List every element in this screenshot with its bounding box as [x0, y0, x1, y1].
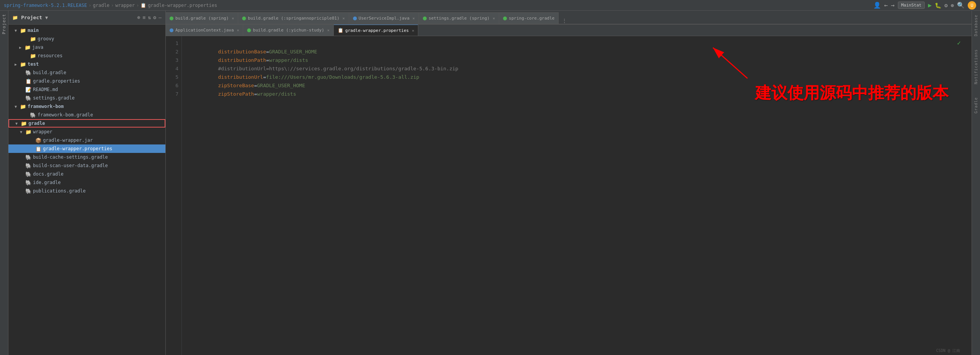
gradle-icon-build: 🐘: [25, 70, 31, 76]
tab-appcontext[interactable]: ApplicationContext.java ✕: [166, 25, 243, 36]
tree-label-framework-bom-gradle: framework-bom.gradle: [38, 112, 93, 118]
bc-file: 📋: [140, 3, 146, 8]
tab-label-build-gradle-spring: build.gradle (spring): [175, 16, 229, 21]
debug-icon[interactable]: 🐛: [935, 2, 941, 8]
tab-gradle-wrapper-props[interactable]: 📋 gradle-wrapper.properties ✕: [334, 25, 419, 36]
project-panel: 📁 Project ▼ ⊕ ≡ ⇅ ⚙ — ▼ 📁 main 📁 groovy: [8, 11, 166, 355]
close-tab-gradle-wrapper-props[interactable]: ✕: [412, 28, 414, 33]
folder-icon-gradle: 📁: [21, 121, 27, 126]
project-header: 📁 Project ▼ ⊕ ≡ ⇅ ⚙ —: [8, 11, 165, 25]
tree-item-build-gradle[interactable]: 🐘 build.gradle: [8, 68, 165, 77]
tree-item-wrapper-folder[interactable]: ▼ 📁 wrapper: [8, 128, 165, 136]
line-num-2: 2: [166, 48, 178, 56]
avatar-icon[interactable]: 👤: [873, 2, 881, 9]
tree-label-framework-bom: framework-bom: [28, 104, 64, 109]
gradle-panel-icon[interactable]: Gradle: [974, 95, 978, 116]
tree-item-resources[interactable]: 📁 resources: [8, 51, 165, 60]
project-folder-icon: 📁: [12, 15, 18, 20]
bc-gradle[interactable]: gradle: [93, 3, 109, 8]
close-tab-settings-spring[interactable]: ✕: [493, 16, 495, 20]
tab-label-yichun: build.gradle (:yichun-study): [253, 28, 324, 33]
close-tab-yichun[interactable]: ✕: [327, 28, 330, 32]
tree-item-gradle-wrapper-props[interactable]: 📋 gradle-wrapper.properties: [8, 144, 165, 153]
breadcrumb-bar: spring-framework-5.2.1.RELEASE › gradle …: [0, 0, 980, 11]
gradle-icon-cache: 🐘: [25, 154, 31, 160]
file-tree: ▼ 📁 main 📁 groovy ▶ 📁 java 📁 resources: [8, 25, 165, 355]
editor-content: 1 2 3 4 5 6 7 distributionBase=GRADLE_US…: [166, 36, 972, 355]
tree-item-gradle-wrapper-jar[interactable]: 📦 gradle-wrapper.jar: [8, 136, 165, 144]
tree-label-ide: ide.gradle: [33, 180, 61, 185]
tree-item-gradle-folder[interactable]: ▼ 📁 gradle: [8, 119, 165, 128]
tree-label-build-cache: build-cache-settings.gradle: [33, 154, 108, 160]
gradle-icon-settings: 🐘: [25, 95, 31, 101]
gradle-dot-icon5: [247, 28, 251, 32]
close-panel-icon[interactable]: —: [158, 15, 162, 20]
bc-wrapper[interactable]: wrapper: [115, 3, 135, 8]
folder-icon-bom: 📁: [20, 104, 26, 109]
tree-item-readme[interactable]: 📝 README.md: [8, 85, 165, 94]
gradle-icon-scan: 🐘: [25, 163, 31, 169]
tree-label-readme: README.md: [33, 87, 58, 92]
tree-item-gradle-props[interactable]: 📋 gradle.properties: [8, 77, 165, 85]
tree-item-build-cache[interactable]: 🐘 build-cache-settings.gradle: [8, 153, 165, 161]
code-editor[interactable]: distributionBase=GRADLE_USER_HOME distri…: [182, 36, 972, 355]
project-header-icons: ⊕ ≡ ⇅ ⚙ —: [137, 15, 162, 20]
settings-icon[interactable]: ⚙: [944, 2, 947, 8]
notifications-panel-icon[interactable]: Notifications: [974, 47, 978, 86]
folder-icon-main: 📁: [20, 28, 26, 33]
tab-build-gradle-spring[interactable]: build.gradle (spring) ✕: [166, 12, 238, 24]
gradle-icon-ide: 🐘: [25, 180, 31, 186]
user-badge[interactable]: U: [968, 1, 976, 10]
tree-item-build-scan[interactable]: 🐘 build-scan-user-data.gradle: [8, 161, 165, 170]
tree-item-settings-gradle[interactable]: 🐘 settings.gradle: [8, 94, 165, 102]
tab-build-gradle-springanno[interactable]: build.gradle (:springannopriciple01) ✕: [238, 12, 349, 24]
props-icon-gradle: 📋: [25, 78, 31, 84]
search-icon[interactable]: 🔍: [957, 2, 965, 9]
tabs-more-icon[interactable]: ⋮: [559, 18, 570, 24]
tree-item-ide[interactable]: 🐘 ide.gradle: [8, 178, 165, 187]
tree-label-docs: docs.gradle: [33, 171, 63, 177]
tree-item-test[interactable]: ▶ 📁 test: [8, 60, 165, 68]
database-panel-icon[interactable]: Database: [974, 12, 978, 38]
tree-label-gradle-props: gradle.properties: [33, 78, 80, 84]
more-icon[interactable]: ⊕: [951, 2, 954, 8]
tree-item-java[interactable]: ▶ 📁 java: [8, 43, 165, 51]
tab-label-appcontext: ApplicationContext.java: [175, 28, 234, 33]
run-icon[interactable]: ▶: [928, 2, 932, 9]
close-tab-appcontext[interactable]: ✕: [237, 28, 239, 32]
line-num-7: 7: [166, 90, 178, 98]
editor-area: build.gradle (spring) ✕ build.gradle (:s…: [166, 11, 972, 355]
tree-label-groovy: groovy: [38, 36, 54, 41]
tree-item-framework-bom-gradle[interactable]: 🐘 framework-bom.gradle: [8, 111, 165, 119]
close-tab-springanno[interactable]: ✕: [343, 16, 345, 20]
tree-label-test: test: [28, 61, 39, 67]
close-tab-userservice[interactable]: ✕: [412, 16, 415, 20]
tab-userserviceimpl[interactable]: UserServiceImpl.java ✕: [349, 12, 419, 24]
tree-item-docs[interactable]: 🐘 docs.gradle: [8, 170, 165, 178]
tree-item-groovy[interactable]: 📁 groovy: [8, 35, 165, 43]
mainstat-dropdown[interactable]: MainStat: [898, 2, 925, 9]
bc-file-name: gradle-wrapper.properties: [148, 3, 217, 8]
nav-back-icon[interactable]: ←: [884, 2, 888, 9]
project-label: Project: [2, 11, 7, 37]
tree-label-gradle-wrapper-jar: gradle-wrapper.jar: [43, 138, 93, 143]
tab-build-yichun[interactable]: build.gradle (:yichun-study) ✕: [243, 25, 333, 36]
bc-project[interactable]: spring-framework-5.2.1.RELEASE: [4, 3, 87, 8]
close-tab-build-gradle-spring[interactable]: ✕: [232, 16, 234, 20]
tree-item-framework-bom[interactable]: ▼ 📁 framework-bom: [8, 102, 165, 111]
tab-settings-gradle-spring[interactable]: settings.gradle (spring) ✕: [419, 12, 499, 24]
folder-icon-groovy: 📁: [30, 36, 36, 42]
tree-item-publications[interactable]: 🐘 publications.gradle: [8, 187, 165, 195]
nav-fwd-icon[interactable]: →: [891, 2, 895, 9]
locate-icon[interactable]: ⊕: [137, 15, 140, 20]
tree-label-build-gradle: build.gradle: [33, 70, 66, 75]
tree-item-main[interactable]: ▼ 📁 main: [8, 26, 165, 35]
tree-label-main: main: [28, 28, 39, 33]
sort-icon[interactable]: ⇅: [148, 15, 151, 20]
settings-tree-icon[interactable]: ⚙: [153, 15, 156, 20]
watermark: CSDN @ 江南: [936, 348, 960, 353]
tab-spring-core[interactable]: spring-core.gradle: [499, 12, 559, 24]
main-layout: Project 📁 Project ▼ ⊕ ≡ ⇅ ⚙ — ▼ 📁 main: [0, 11, 980, 355]
collapse-icon[interactable]: ≡: [143, 15, 146, 20]
gradle-dot-icon2: [242, 17, 246, 20]
